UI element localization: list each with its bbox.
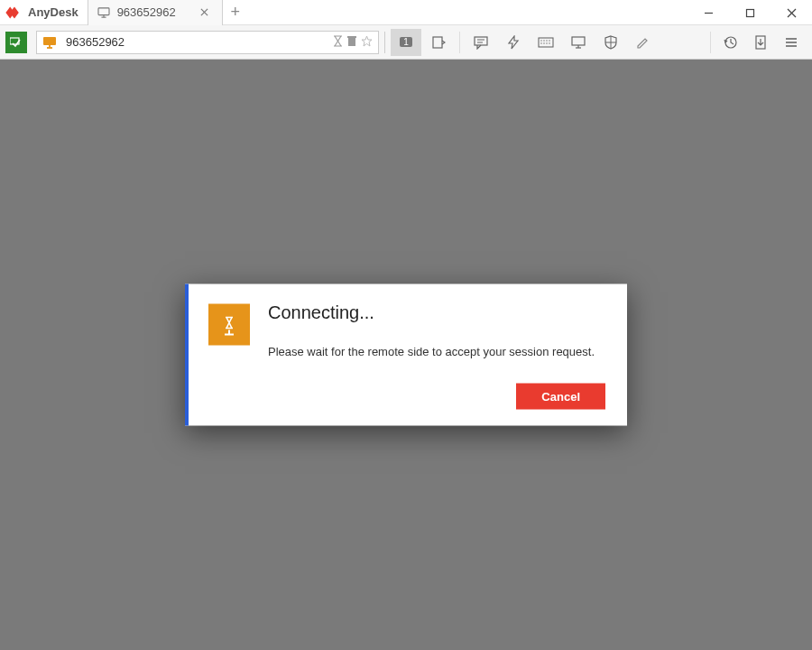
- session-tab[interactable]: 963652962: [88, 0, 223, 25]
- chat-button[interactable]: [466, 29, 496, 56]
- connection-status-icon[interactable]: [5, 32, 27, 53]
- dialog-message: Please wait for the remote side to accep…: [268, 345, 605, 358]
- trash-icon[interactable]: [346, 35, 357, 50]
- svg-point-26: [546, 42, 547, 43]
- star-outline-icon[interactable]: [361, 35, 373, 50]
- svg-rect-0: [98, 7, 109, 14]
- svg-point-21: [543, 40, 544, 41]
- address-value: 963652962: [62, 35, 333, 49]
- svg-point-22: [546, 40, 547, 41]
- menu-button[interactable]: [776, 29, 807, 56]
- screen-select-button[interactable]: 1: [391, 29, 421, 56]
- svg-point-27: [549, 42, 549, 43]
- svg-point-25: [543, 42, 544, 43]
- close-icon[interactable]: [197, 5, 213, 21]
- cancel-button[interactable]: Cancel: [516, 384, 605, 410]
- svg-rect-15: [433, 37, 442, 48]
- svg-point-24: [540, 42, 541, 43]
- dialog-title: Connecting...: [268, 302, 605, 323]
- window-controls: [687, 0, 812, 24]
- svg-rect-16: [475, 37, 487, 45]
- hourglass-monitor-icon: [208, 304, 250, 346]
- screen-badge: 1: [400, 37, 412, 47]
- swap-screen-button[interactable]: [423, 29, 454, 56]
- actions-button[interactable]: [498, 29, 529, 56]
- maximize-button[interactable]: [729, 0, 770, 25]
- address-bar[interactable]: 963652962: [36, 31, 379, 54]
- svg-point-20: [540, 40, 541, 41]
- session-viewport: Connecting... Please wait for the remote…: [0, 60, 812, 650]
- history-button[interactable]: [715, 29, 745, 56]
- svg-rect-6: [746, 9, 753, 16]
- display-button[interactable]: [563, 29, 594, 56]
- monitor-icon: [37, 32, 62, 53]
- tab-title: 963652962: [117, 5, 189, 19]
- svg-rect-10: [43, 37, 56, 45]
- minimize-button[interactable]: [687, 0, 729, 25]
- svg-rect-28: [572, 37, 585, 45]
- hourglass-icon: [333, 35, 343, 50]
- anydesk-logo-icon: [5, 5, 23, 20]
- svg-rect-14: [347, 36, 356, 38]
- svg-rect-19: [539, 38, 553, 47]
- permissions-button[interactable]: [595, 29, 626, 56]
- toolbar: 963652962 1: [0, 25, 812, 60]
- close-window-button[interactable]: [770, 0, 812, 25]
- monitor-icon: [97, 7, 110, 18]
- connecting-dialog: Connecting... Please wait for the remote…: [185, 284, 627, 426]
- app-name: AnyDesk: [28, 5, 78, 19]
- keyboard-button[interactable]: [531, 29, 561, 56]
- download-button[interactable]: [745, 29, 776, 56]
- app-logo-area: AnyDesk: [0, 0, 88, 24]
- whiteboard-button[interactable]: [628, 29, 659, 56]
- svg-point-23: [549, 40, 549, 41]
- title-bar: AnyDesk 963652962 +: [0, 0, 812, 25]
- svg-rect-13: [348, 38, 355, 46]
- new-tab-button[interactable]: +: [223, 3, 248, 22]
